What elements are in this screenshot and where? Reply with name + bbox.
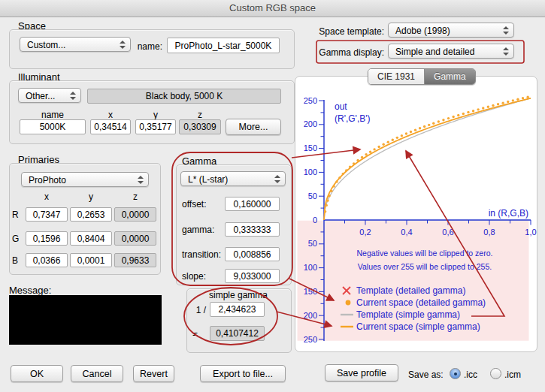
space-template-value: Adobe (1998)	[395, 26, 450, 36]
primaries-popup[interactable]: ProPhoto	[21, 172, 149, 187]
revert-button[interactable]: Revert	[133, 365, 174, 382]
svg-text:150: 150	[304, 143, 317, 152]
svg-text:Template (detailed gamma): Template (detailed gamma)	[356, 285, 465, 296]
popup-arrows-icon	[70, 92, 76, 100]
simple-gamma-label: simple gamma	[186, 290, 290, 300]
primaries-g-z-field	[114, 231, 156, 246]
gamma-slope-input[interactable]	[225, 269, 280, 283]
popup-arrows-icon	[138, 176, 144, 184]
primaries-z-header: z	[114, 191, 156, 202]
radio-icc-label: .icc	[464, 369, 477, 380]
svg-text:0,8: 0,8	[483, 228, 495, 237]
view-tabbar: CIE 1931 Gamma	[368, 68, 476, 85]
gamma-gamma-input[interactable]	[225, 222, 280, 237]
illuminant-z-header: z	[179, 110, 221, 120]
illuminant-x-header: x	[90, 110, 131, 120]
space-template-label: Space template:	[299, 26, 384, 37]
svg-text:250: 250	[304, 96, 317, 105]
svg-text:out: out	[335, 101, 347, 112]
svg-text:Template (simple gamma): Template (simple gamma)	[356, 309, 460, 320]
illuminant-popup-value: Other...	[26, 91, 55, 101]
primaries-r-x-input[interactable]	[26, 207, 68, 222]
tab-cie-1931[interactable]: CIE 1931	[368, 69, 425, 84]
popup-arrows-icon	[274, 175, 280, 183]
svg-text:50: 50	[308, 191, 317, 201]
primaries-row-label-b: B	[12, 255, 18, 266]
primaries-x-header: x	[26, 191, 68, 202]
illuminant-name-input[interactable]	[20, 119, 86, 134]
more-button[interactable]: More...	[226, 119, 281, 135]
tab-gamma[interactable]: Gamma	[425, 69, 475, 84]
space-popup-value: Custom...	[27, 40, 65, 50]
svg-text:1,0: 1,0	[525, 228, 536, 237]
window-title: Custom RGB space	[229, 2, 316, 14]
svg-text:0,4: 0,4	[401, 228, 412, 237]
svg-text:Current space (detailed gamma): Current space (detailed gamma)	[356, 297, 486, 308]
message-label: Message:	[9, 285, 51, 296]
svg-text:Values over 255 will be clippe: Values over 255 will be clipped to 255.	[358, 262, 492, 271]
gamma-transition-input[interactable]	[225, 247, 280, 261]
radio-icm-label: .icm	[504, 369, 521, 380]
illuminant-z-field	[179, 119, 221, 134]
primaries-b-y-input[interactable]	[70, 253, 112, 267]
popup-arrows-icon	[120, 41, 126, 49]
svg-text:150: 150	[304, 287, 317, 296]
simple-gamma-equals-label: =	[192, 329, 198, 339]
illuminant-description: Black body, 5000 K	[87, 89, 281, 104]
gamma-popup[interactable]: L* (L-star)	[180, 171, 286, 186]
popup-arrows-icon	[503, 47, 509, 56]
primaries-b-z-field	[114, 253, 156, 267]
primaries-row-label-g: G	[12, 234, 19, 244]
gamma-offset-input[interactable]	[225, 197, 280, 211]
space-popup[interactable]: Custom...	[20, 37, 131, 52]
save-as-label: Save as:	[408, 369, 444, 380]
svg-text:Negative values will be clippe: Negative values will be clipped to zero.	[357, 249, 493, 258]
svg-text:0,2: 0,2	[359, 228, 371, 237]
primaries-g-x-input[interactable]	[26, 231, 68, 246]
svg-text:0,6: 0,6	[442, 228, 453, 237]
gamma-offset-label: offset:	[182, 199, 206, 210]
svg-text:200: 200	[304, 119, 317, 128]
space-template-popup[interactable]: Adobe (1998)	[388, 23, 514, 38]
cancel-button[interactable]: Cancel	[71, 365, 123, 382]
simple-gamma-input[interactable]	[210, 302, 265, 317]
svg-text:(R',G',B'): (R',G',B')	[335, 113, 371, 124]
simple-gamma-numerator-label: 1 /	[188, 305, 206, 315]
space-name-input[interactable]	[167, 38, 280, 53]
svg-text:Current space (simple gamma): Current space (simple gamma)	[356, 321, 480, 332]
primaries-popup-value: ProPhoto	[29, 175, 66, 185]
svg-text:0: 0	[313, 216, 317, 225]
svg-text:in (R,G,B): in (R,G,B)	[489, 208, 528, 219]
custom-rgb-space-dialog: Custom RGB space Space Custom... name: S…	[0, 0, 545, 392]
illuminant-popup[interactable]: Other...	[18, 88, 81, 103]
export-to-file-button[interactable]: Export to file...	[200, 365, 286, 382]
primaries-y-header: y	[70, 191, 112, 202]
title-bar: Custom RGB space	[0, 0, 545, 17]
svg-text:100: 100	[304, 263, 317, 272]
gamma-display-popup[interactable]: Simple and detailed	[388, 44, 514, 59]
illuminant-x-input[interactable]	[90, 119, 131, 134]
gamma-display-value: Simple and detailed	[395, 47, 474, 57]
primaries-row-label-r: R	[12, 210, 19, 220]
illuminant-y-input[interactable]	[135, 119, 176, 134]
primaries-r-y-input[interactable]	[70, 207, 112, 222]
popup-arrows-icon	[503, 26, 509, 35]
chart-panel: 505010010015015020020025025000,20,40,60,…	[295, 76, 537, 352]
radio-icm[interactable]	[490, 368, 501, 379]
message-box	[9, 295, 162, 345]
gamma-chart: 505010010015015020020025025000,20,40,60,…	[295, 77, 537, 351]
primaries-b-x-input[interactable]	[26, 253, 68, 267]
name-label: name:	[131, 41, 162, 52]
illuminant-name-header: name	[20, 110, 86, 120]
gamma-display-label: Gamma display:	[299, 47, 384, 58]
svg-text:200: 200	[304, 311, 317, 320]
gamma-popup-value: L* (L-star)	[188, 174, 228, 185]
primaries-r-z-field	[114, 207, 156, 222]
svg-text:250: 250	[304, 335, 317, 344]
illuminant-y-header: y	[135, 110, 176, 120]
ok-button[interactable]: OK	[11, 365, 63, 382]
primaries-g-y-input[interactable]	[70, 231, 112, 246]
radio-icc[interactable]	[450, 368, 461, 379]
save-profile-button[interactable]: Save profile	[325, 364, 398, 381]
gamma-transition-label: transition:	[182, 249, 221, 260]
